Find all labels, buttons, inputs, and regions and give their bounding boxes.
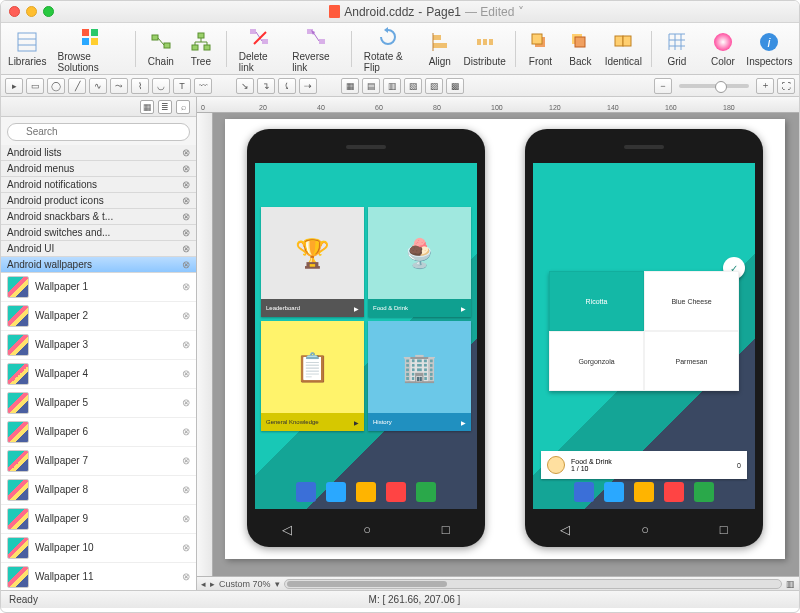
remove-icon[interactable]: ⊗ bbox=[182, 513, 190, 524]
page-nav-next[interactable]: ▸ bbox=[210, 579, 215, 589]
shape-item[interactable]: Wallpaper 10⊗ bbox=[1, 534, 196, 563]
libraries-button[interactable]: Libraries bbox=[7, 28, 48, 69]
snap-tool-4[interactable]: ▧ bbox=[404, 78, 422, 94]
pointer-tool[interactable]: ▸ bbox=[5, 78, 23, 94]
search-input[interactable] bbox=[7, 123, 190, 141]
horizontal-scrollbar[interactable] bbox=[284, 579, 782, 589]
remove-icon[interactable]: ⊗ bbox=[182, 571, 190, 582]
curve-tool[interactable]: ∿ bbox=[89, 78, 107, 94]
dock-app-icon[interactable] bbox=[634, 482, 654, 502]
view-list-button[interactable]: ≣ bbox=[158, 100, 172, 114]
shape-item[interactable]: Wallpaper 6⊗ bbox=[1, 418, 196, 447]
dock-app-icon[interactable] bbox=[574, 482, 594, 502]
dock-app-icon[interactable] bbox=[386, 482, 406, 502]
library-category[interactable]: Android switches and...⊗ bbox=[1, 225, 196, 241]
shape-item[interactable]: Wallpaper 5⊗ bbox=[1, 389, 196, 418]
nav-back-icon[interactable]: ◁ bbox=[282, 522, 292, 537]
close-window-button[interactable] bbox=[9, 6, 20, 17]
conn-ortho-tool[interactable]: ↴ bbox=[257, 78, 275, 94]
tree-button[interactable]: Tree bbox=[184, 28, 218, 69]
nav-recent-icon[interactable]: □ bbox=[442, 522, 450, 537]
rect-tool[interactable]: ▭ bbox=[26, 78, 44, 94]
remove-icon[interactable]: ⊗ bbox=[182, 484, 190, 495]
library-category[interactable]: Android UI⊗ bbox=[1, 241, 196, 257]
library-category[interactable]: Android snackbars & t...⊗ bbox=[1, 209, 196, 225]
dock-app-icon[interactable] bbox=[356, 482, 376, 502]
remove-icon[interactable]: ⊗ bbox=[182, 426, 190, 437]
line-tool[interactable]: ╱ bbox=[68, 78, 86, 94]
grid-button[interactable]: Grid bbox=[660, 28, 694, 69]
shape-item[interactable]: Wallpaper 2⊗ bbox=[1, 302, 196, 331]
remove-icon[interactable]: ⊗ bbox=[182, 542, 190, 553]
reverse-link-button[interactable]: Reverse link bbox=[288, 23, 343, 75]
zoom-fit-button[interactable]: ⛶ bbox=[777, 78, 795, 94]
nav-home-icon[interactable]: ○ bbox=[641, 522, 649, 537]
shape-item[interactable]: Wallpaper 9⊗ bbox=[1, 505, 196, 534]
delete-link-button[interactable]: Delete link bbox=[235, 23, 283, 75]
close-icon[interactable]: ⊗ bbox=[182, 211, 190, 222]
library-category[interactable]: Android menus⊗ bbox=[1, 161, 196, 177]
rotate-flip-button[interactable]: Rotate & Flip bbox=[360, 23, 417, 75]
snap-tool-6[interactable]: ▩ bbox=[446, 78, 464, 94]
nav-back-icon[interactable]: ◁ bbox=[560, 522, 570, 537]
connector-tool[interactable]: ⤳ bbox=[110, 78, 128, 94]
dock-app-icon[interactable] bbox=[664, 482, 684, 502]
conn-curve-tool[interactable]: ⤹ bbox=[278, 78, 296, 94]
distribute-button[interactable]: Distribute bbox=[463, 28, 507, 69]
dock-app-icon[interactable] bbox=[326, 482, 346, 502]
remove-icon[interactable]: ⊗ bbox=[182, 310, 190, 321]
polyline-tool[interactable]: ⌇ bbox=[131, 78, 149, 94]
snap-tool-3[interactable]: ▥ bbox=[383, 78, 401, 94]
category-card[interactable]: 🏆Leaderboard▶ bbox=[261, 207, 364, 317]
shape-item[interactable]: Wallpaper 3⊗ bbox=[1, 331, 196, 360]
snap-tool-5[interactable]: ▨ bbox=[425, 78, 443, 94]
nav-recent-icon[interactable]: □ bbox=[720, 522, 728, 537]
close-icon[interactable]: ⊗ bbox=[182, 259, 190, 270]
shape-item[interactable]: Wallpaper 4⊗ bbox=[1, 360, 196, 389]
zoom-slider[interactable] bbox=[679, 84, 749, 88]
back-button[interactable]: Back bbox=[563, 28, 597, 69]
quiz-answer[interactable]: Gorgonzola bbox=[549, 331, 644, 391]
category-card[interactable]: 📋General Knowledge▶ bbox=[261, 321, 364, 431]
shape-item[interactable]: Wallpaper 8⊗ bbox=[1, 476, 196, 505]
close-icon[interactable]: ⊗ bbox=[182, 227, 190, 238]
category-card[interactable]: 🍨Food & Drink▶ bbox=[368, 207, 471, 317]
view-grid-button[interactable]: ▦ bbox=[140, 100, 154, 114]
library-category[interactable]: Android product icons⊗ bbox=[1, 193, 196, 209]
identical-button[interactable]: Identical bbox=[603, 28, 643, 69]
quiz-answer[interactable]: Blue Cheese bbox=[644, 271, 739, 331]
text-tool[interactable]: T bbox=[173, 78, 191, 94]
canvas[interactable]: ▾ ▮ ▪ 12:30 Italian for Beginners 🏆Leade… bbox=[213, 113, 799, 576]
shape-item[interactable]: Wallpaper 11⊗ bbox=[1, 563, 196, 591]
snap-tool-2[interactable]: ▤ bbox=[362, 78, 380, 94]
zoom-in-button[interactable]: ＋ bbox=[756, 78, 774, 94]
zoom-out-button[interactable]: − bbox=[654, 78, 672, 94]
nav-home-icon[interactable]: ○ bbox=[363, 522, 371, 537]
library-category[interactable]: Android lists⊗ bbox=[1, 145, 196, 161]
minimize-window-button[interactable] bbox=[26, 6, 37, 17]
arc-tool[interactable]: ◡ bbox=[152, 78, 170, 94]
category-card[interactable]: 🏢History▶ bbox=[368, 321, 471, 431]
quiz-answer[interactable]: Parmesan bbox=[644, 331, 739, 391]
dock-app-icon[interactable] bbox=[416, 482, 436, 502]
dock-app-icon[interactable] bbox=[296, 482, 316, 502]
view-search-button[interactable]: ⌕ bbox=[176, 100, 190, 114]
shape-item[interactable]: Wallpaper 7⊗ bbox=[1, 447, 196, 476]
remove-icon[interactable]: ⊗ bbox=[182, 368, 190, 379]
remove-icon[interactable]: ⊗ bbox=[182, 455, 190, 466]
panel-toggle-icon[interactable]: ▥ bbox=[786, 579, 795, 589]
close-icon[interactable]: ⊗ bbox=[182, 195, 190, 206]
front-button[interactable]: Front bbox=[523, 28, 557, 69]
page-nav-prev[interactable]: ◂ bbox=[201, 579, 206, 589]
close-icon[interactable]: ⊗ bbox=[182, 163, 190, 174]
close-icon[interactable]: ⊗ bbox=[182, 243, 190, 254]
conn-smart-tool[interactable]: ⇢ bbox=[299, 78, 317, 94]
phone-mockup-1[interactable]: ▾ ▮ ▪ 12:30 Italian for Beginners 🏆Leade… bbox=[247, 129, 485, 547]
chain-button[interactable]: Chain bbox=[144, 28, 178, 69]
chevron-down-icon[interactable]: ˅ bbox=[518, 5, 524, 19]
dock-app-icon[interactable] bbox=[694, 482, 714, 502]
close-icon[interactable]: ⊗ bbox=[182, 179, 190, 190]
zoom-dropdown-icon[interactable]: ▾ bbox=[275, 579, 280, 589]
library-category[interactable]: Android notifications⊗ bbox=[1, 177, 196, 193]
align-button[interactable]: Align bbox=[423, 28, 457, 69]
